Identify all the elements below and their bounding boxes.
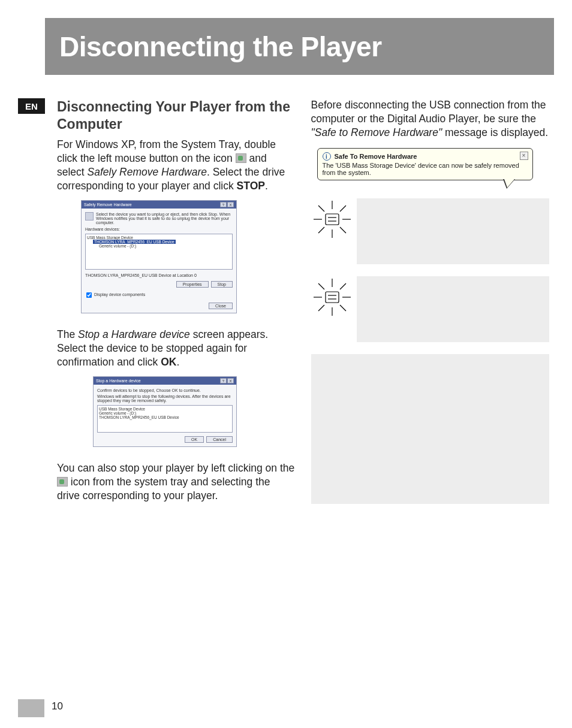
properties-button[interactable]: Properties (176, 281, 209, 288)
language-tab: EN (18, 98, 45, 114)
bottom-placeholder (311, 354, 550, 504)
safely-remove-hardware-dialog: Safely Remove Hardware ?X Select the dev… (81, 200, 237, 313)
close-button[interactable]: Close (209, 303, 233, 309)
text: icon from the system tray and selecting … (57, 476, 270, 502)
page-tab (18, 699, 44, 717)
dialog-title: Stop a Hardware device (96, 379, 141, 383)
svg-line-8 (318, 227, 324, 233)
dialog-titlebar: Safely Remove Hardware ?X (82, 201, 236, 209)
eject-icon (85, 212, 94, 220)
balloon-tail (503, 179, 515, 189)
text: The (57, 328, 78, 340)
banner-title: Disconnecting the Player (59, 31, 382, 63)
text: message is displayed. (442, 126, 548, 138)
text-emphasis: "Safe to Remove Hardware" (311, 126, 442, 138)
svg-line-17 (340, 305, 346, 311)
checkbox-label: Display device components (94, 292, 145, 297)
text: . (265, 180, 268, 192)
systray-remove-icon (57, 477, 68, 487)
dialog-text: Windows will attempt to stop the followi… (97, 394, 233, 403)
close-icon[interactable]: × (520, 152, 528, 160)
ok-button[interactable]: OK (185, 436, 204, 443)
close-icon[interactable]: X (227, 378, 234, 383)
caution-block-1 (311, 198, 550, 264)
paragraph-2: The Stop a Hardware device screen appear… (57, 328, 296, 369)
page-number: 10 (52, 700, 63, 712)
svg-line-18 (340, 283, 346, 289)
text: You can also stop your player by left cl… (57, 462, 294, 474)
caution-text-placeholder (357, 276, 550, 342)
text-strong: OK (161, 356, 176, 368)
safe-to-remove-balloon: i Safe To Remove Hardware The 'USB Mass … (317, 148, 533, 180)
balloon-body: The 'USB Mass Storage Device' device can… (323, 162, 528, 176)
svg-line-6 (340, 227, 346, 233)
caution-text-placeholder (357, 198, 550, 264)
stop-button[interactable]: Stop (211, 281, 233, 288)
text-emphasis: Stop a Hardware device (78, 328, 190, 340)
stop-hardware-device-dialog: Stop a Hardware device ?X Confirm device… (93, 376, 237, 447)
cancel-button[interactable]: Cancel (206, 436, 233, 443)
text: Before disconnecting the USB connection … (311, 99, 546, 125)
systray-remove-icon (236, 153, 246, 163)
list-item[interactable]: THOMSON LYRA_MPR2456_EU USB Device (99, 415, 231, 419)
device-tree[interactable]: USB Mass Storage Device THOMSON LYRA_MPR… (85, 234, 233, 270)
dialog-instruction: Select the device you want to unplug or … (96, 212, 233, 225)
close-icon[interactable]: X (227, 202, 234, 207)
text-emphasis: Safely Remove Hardware (88, 166, 207, 178)
svg-line-5 (318, 206, 324, 212)
burst-icon (311, 198, 353, 240)
dialog-titlebar: Stop a Hardware device ?X (94, 377, 236, 385)
help-icon[interactable]: ? (220, 202, 227, 207)
right-column: Before disconnecting the USB connection … (311, 98, 550, 510)
list-item[interactable]: Generic volume - (D:) (99, 411, 231, 415)
svg-line-19 (318, 305, 324, 311)
dialog-title: Safely Remove Hardware (84, 203, 132, 207)
display-components-checkbox[interactable]: Display device components (85, 291, 233, 299)
burst-icon (311, 276, 353, 318)
tree-item[interactable]: Generic volume - (D:) (99, 244, 231, 248)
svg-line-16 (318, 283, 324, 289)
tree-item[interactable]: USB Mass Storage Device (87, 235, 231, 240)
info-icon: i (323, 152, 331, 161)
help-icon[interactable]: ? (220, 378, 227, 383)
svg-line-7 (340, 206, 346, 212)
paragraph-1: For Windows XP, from the System Tray, do… (57, 138, 296, 193)
tree-item-selected[interactable]: THOMSON LYRA_MPR2456_EU USB Device (93, 240, 176, 244)
text-strong: STOP (237, 180, 265, 192)
svg-rect-0 (326, 214, 339, 225)
paragraph-right-1: Before disconnecting the USB connection … (311, 98, 550, 140)
text: . (176, 356, 179, 368)
list-item[interactable]: USB Mass Storage Device (99, 407, 231, 411)
left-column: Disconnecting Your Player from the Compu… (57, 98, 296, 510)
section-heading: Disconnecting Your Player from the Compu… (57, 98, 296, 133)
page-banner: Disconnecting the Player (45, 18, 554, 75)
location-text: THOMSON LYRA_MPR2456_EU USB Device at Lo… (85, 273, 233, 277)
device-list[interactable]: USB Mass Storage Device Generic volume -… (97, 405, 233, 433)
paragraph-3: You can also stop your player by left cl… (57, 461, 296, 503)
dialog-text: Confirm devices to be stopped, Choose OK… (97, 388, 233, 392)
balloon-title: Safe To Remove Hardware (335, 153, 417, 160)
caution-block-2 (311, 276, 550, 342)
devices-label: Hardware devices: (85, 227, 233, 231)
svg-rect-11 (326, 292, 339, 303)
